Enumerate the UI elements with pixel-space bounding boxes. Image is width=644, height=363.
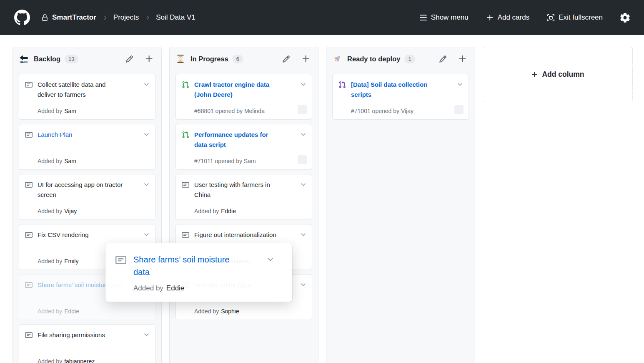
card-meta-prefix: Added by <box>38 308 62 315</box>
card-meta-left: Added byEddie <box>194 208 236 214</box>
chevron-right-icon <box>144 15 150 21</box>
card-menu-button[interactable] <box>300 81 307 88</box>
exit-fullscreen-button[interactable]: Exit fullscreen <box>547 13 603 22</box>
show-menu-button[interactable]: Show menu <box>419 13 469 22</box>
chevron-down-icon <box>143 231 150 238</box>
add-cards-button[interactable]: Add cards <box>486 13 530 22</box>
card-title[interactable]: Launch Plan <box>38 130 72 140</box>
note-icon <box>25 231 33 239</box>
card[interactable]: UI for accessing app on tractor screenAd… <box>19 174 155 220</box>
dragged-card-top: Share farms’ soil moisture data <box>115 253 283 278</box>
card[interactable]: File sharing permissionsAdded byfabianpe… <box>19 324 155 363</box>
card-top: UI for accessing app on tractor screen <box>24 180 150 200</box>
card-author: Eddie <box>64 308 79 315</box>
cards-list: Collect satellite data and deliver to fa… <box>13 69 161 363</box>
card-meta-prefix: Added by <box>38 358 62 363</box>
column-header: Ready to deploy1 <box>326 47 475 69</box>
card-title[interactable]: [Data] Soil data collection scripts <box>351 80 438 100</box>
card-meta-prefix: Added by <box>38 258 62 265</box>
header-actions: Show menu Add cards Exit fullscreen <box>419 13 630 23</box>
github-logo[interactable] <box>14 10 30 25</box>
card-author: Emily <box>64 258 78 265</box>
add-card-button[interactable] <box>458 54 467 63</box>
gear-icon[interactable] <box>620 13 630 23</box>
card-meta-prefix: Added by <box>38 208 62 214</box>
plus-icon <box>145 54 154 63</box>
column-actions <box>282 54 311 63</box>
card-menu-button[interactable] <box>143 181 150 188</box>
chevron-down-icon <box>143 131 150 138</box>
card-title: User testing with farmers in China <box>194 180 281 200</box>
plus-icon <box>531 71 538 78</box>
card-menu-button[interactable] <box>143 131 150 138</box>
card[interactable]: Crawl tractor engine data (John Deere)#6… <box>175 74 312 120</box>
card-meta-left: Added byEddie <box>38 308 79 315</box>
dragged-card-meta: Added by Eddie <box>115 284 283 292</box>
card-meta-left: Added bySam <box>38 158 76 164</box>
project-board: BACKBacklog13Collect satellite data and … <box>0 35 644 363</box>
card-menu-button[interactable] <box>300 181 307 188</box>
avatar <box>298 105 307 114</box>
add-column-button[interactable]: Add column <box>483 47 633 102</box>
card[interactable]: User testing with farmers in ChinaAdded … <box>175 174 312 220</box>
column-header: BACKBacklog13 <box>13 47 161 69</box>
card-title[interactable]: Crawl tractor engine data (John Deere) <box>194 80 281 100</box>
card-menu-button[interactable] <box>300 231 307 238</box>
edit-column-button[interactable] <box>125 55 133 63</box>
chevron-down-icon[interactable] <box>266 255 275 263</box>
card-meta-prefix: Added by <box>194 208 219 214</box>
column-title: Backlog <box>34 55 60 63</box>
column-ready-to-deploy: Ready to deploy1[Data] Soil data collect… <box>326 47 475 363</box>
card-menu-button[interactable] <box>143 331 150 338</box>
note-icon <box>25 181 33 189</box>
pencil-icon <box>125 55 133 63</box>
card[interactable]: Collect satellite data and deliver to fa… <box>19 74 155 120</box>
card-menu-button[interactable] <box>143 231 150 238</box>
add-card-button[interactable] <box>301 54 311 63</box>
chevron-down-icon <box>300 181 307 188</box>
card[interactable]: Launch PlanAdded bySam <box>19 124 155 170</box>
card-meta-text: #68801 opened by Melinda <box>194 108 265 114</box>
note-icon <box>25 81 33 88</box>
card-title: File sharing permissions <box>38 330 105 340</box>
column-count-badge: 13 <box>65 55 78 63</box>
card-top: Figure out internationalization <box>181 230 307 240</box>
plus-icon <box>301 54 311 63</box>
breadcrumb-repo[interactable]: SmartTractor <box>41 13 96 22</box>
breadcrumb-projects[interactable]: Projects <box>113 13 139 22</box>
merged-pull-request-icon <box>338 81 346 88</box>
column-actions <box>439 54 467 63</box>
note-icon <box>115 255 126 265</box>
edit-column-button[interactable] <box>439 55 447 63</box>
avatar <box>298 155 307 164</box>
column-actions <box>125 54 154 63</box>
card-title[interactable]: Performance updates for data script <box>194 130 281 150</box>
card-author: fabianperez <box>64 358 95 363</box>
card-meta: Added bySophie <box>181 305 307 315</box>
card-meta-left: Added byVijay <box>38 208 77 214</box>
plus-icon <box>458 54 467 63</box>
column-title: Ready to deploy <box>347 55 400 63</box>
card-author: Eddie <box>166 284 184 292</box>
card[interactable]: Performance updates for data script#7101… <box>175 124 312 170</box>
card-menu-button[interactable] <box>300 131 307 138</box>
dragged-card[interactable]: Share farms’ soil moisture data Added by… <box>105 243 292 302</box>
card-menu-button[interactable] <box>456 81 464 88</box>
add-card-button[interactable] <box>145 54 154 63</box>
card-meta: Added byVijay <box>24 205 150 214</box>
card-author: Sophie <box>221 308 239 315</box>
breadcrumb-project-name: Soil Data V1 <box>156 13 195 22</box>
card-menu-button[interactable] <box>300 281 307 288</box>
card-meta: Added byEddie <box>181 205 307 214</box>
dragged-card-title[interactable]: Share farms’ soil moisture data <box>133 253 246 278</box>
edit-column-button[interactable] <box>282 55 290 63</box>
note-icon <box>25 281 33 289</box>
three-bars-icon <box>419 14 427 22</box>
chevron-down-icon <box>300 281 307 288</box>
svg-text:BACK: BACK <box>20 60 28 63</box>
card[interactable]: [Data] Soil data collection scripts#7100… <box>332 74 469 120</box>
app-header: SmartTractor Projects Soil Data V1 Show … <box>0 0 644 35</box>
card-menu-button[interactable] <box>143 81 150 88</box>
card-top: Collect satellite data and deliver to fa… <box>24 80 150 100</box>
card-author: Sam <box>64 158 76 164</box>
